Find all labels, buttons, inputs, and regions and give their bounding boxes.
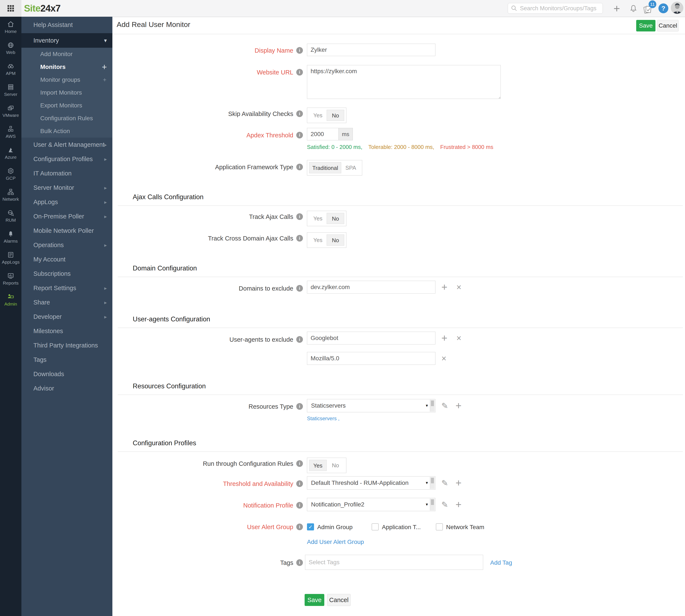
toggle-no[interactable]: No — [327, 460, 344, 471]
info-icon[interactable]: i — [296, 285, 303, 292]
sidebar-item-milestones[interactable]: Milestones — [21, 324, 112, 338]
bell-icon[interactable] — [629, 4, 638, 14]
add-notification-plus-icon[interactable]: + — [455, 499, 462, 510]
notification-profile-select[interactable]: Notification_Profile2 ▾ — [307, 498, 435, 511]
toggle-yes[interactable]: Yes — [309, 110, 327, 121]
sidebar-item-report-settings[interactable]: Report Settings▸ — [21, 281, 112, 295]
info-icon[interactable]: i — [296, 235, 303, 242]
threshold-profile-select[interactable]: Default Threshold - RUM-Application ▾ — [307, 476, 435, 489]
remove-useragent-x-icon[interactable]: × — [456, 334, 461, 342]
useragent-input-2[interactable] — [307, 352, 435, 365]
remove-useragent-x-icon[interactable]: × — [442, 354, 446, 363]
remove-domain-x-icon[interactable]: × — [456, 283, 461, 291]
add-user-alert-group-link[interactable]: Add User Alert Group — [307, 538, 364, 545]
toggle-spa[interactable]: SPA — [341, 162, 360, 173]
sidebar-item-operations[interactable]: Operations▸ — [21, 238, 112, 252]
sidebar-item-downloads[interactable]: Downloads — [21, 367, 112, 381]
rail-item-server[interactable]: Server — [0, 80, 21, 101]
sidebar-item-advisor[interactable]: Advisor — [21, 381, 112, 396]
sidebar-item-monitors[interactable]: Monitors+ — [21, 61, 112, 73]
rail-item-rum[interactable]: RUM — [0, 205, 21, 226]
search-input[interactable] — [519, 5, 597, 12]
info-icon[interactable]: i — [296, 524, 303, 530]
checkbox-network-team[interactable] — [436, 523, 443, 530]
display-name-input[interactable] — [307, 44, 435, 56]
info-icon[interactable]: i — [296, 403, 303, 410]
info-icon[interactable]: i — [296, 559, 303, 566]
toggle-yes[interactable]: Yes — [309, 235, 327, 246]
rail-item-home[interactable]: Home — [0, 17, 21, 38]
resources-selected-note[interactable]: Staticservers , — [307, 416, 340, 421]
toggle-traditional[interactable]: Traditional — [309, 162, 341, 173]
sidebar-item-tags[interactable]: Tags — [21, 353, 112, 367]
website-url-textarea[interactable]: https://zylker.com — [307, 65, 501, 99]
sidebar-item-mobile-network-poller[interactable]: Mobile Network Poller — [21, 224, 112, 238]
app-grid-button[interactable] — [0, 0, 21, 17]
site24x7-logo[interactable]: Site24x7 — [24, 3, 61, 14]
edit-pencil-icon[interactable]: ✎ — [442, 402, 448, 410]
checkbox-application-team[interactable] — [371, 523, 379, 530]
info-icon[interactable]: i — [296, 69, 303, 75]
edit-pencil-icon[interactable]: ✎ — [442, 479, 448, 487]
info-icon[interactable]: i — [296, 132, 303, 138]
add-domain-plus-icon[interactable]: + — [442, 282, 447, 292]
info-icon[interactable]: i — [296, 480, 303, 487]
add-monitor-plus-icon[interactable]: + — [614, 2, 620, 15]
rail-item-vmware[interactable]: VMware — [0, 101, 21, 122]
rail-item-apm[interactable]: APM — [0, 59, 21, 80]
notification-badge[interactable]: 11 — [649, 0, 656, 8]
checkbox-admin-group[interactable]: ✓ — [307, 523, 314, 530]
sidebar-item-developer[interactable]: Developer▸ — [21, 310, 112, 324]
sidebar-item-monitor-groups[interactable]: Monitor groups+ — [21, 73, 112, 86]
sidebar-item-my-account[interactable]: My Account — [21, 252, 112, 267]
sidebar-item-inventory[interactable]: Inventory▾ — [21, 33, 112, 48]
rail-item-applogs[interactable]: AppLogs — [0, 247, 21, 268]
info-icon[interactable]: i — [296, 460, 303, 467]
info-icon[interactable]: i — [296, 336, 303, 343]
sidebar-item-it-automation[interactable]: IT Automation — [21, 166, 112, 181]
sidebar-item-user-alert-management[interactable]: User & Alert Management▸ — [21, 137, 112, 152]
toggle-yes[interactable]: Yes — [309, 460, 327, 471]
rail-item-azure[interactable]: Azure — [0, 142, 21, 163]
save-button-bottom[interactable]: Save — [305, 594, 324, 606]
add-threshold-plus-icon[interactable]: + — [455, 478, 462, 488]
rail-item-aws[interactable]: AWS — [0, 122, 21, 142]
add-tag-link[interactable]: Add Tag — [490, 559, 512, 566]
toggle-yes[interactable]: Yes — [309, 213, 327, 224]
plus-icon[interactable]: + — [102, 62, 107, 72]
tags-input[interactable] — [305, 555, 483, 570]
sidebar-item-third-party-integrations[interactable]: Third Party Integrations — [21, 338, 112, 353]
rail-item-web[interactable]: Web — [0, 38, 21, 59]
sidebar-item-configuration-profiles[interactable]: Configuration Profiles▸ — [21, 152, 112, 166]
rail-item-network[interactable]: Network — [0, 184, 21, 205]
global-search[interactable] — [508, 3, 603, 14]
sidebar-item-on-premise-poller[interactable]: On-Premise Poller▸ — [21, 209, 112, 224]
info-icon[interactable]: i — [296, 110, 303, 117]
toggle-no[interactable]: No — [327, 110, 344, 121]
cancel-button-top[interactable]: Cancel — [657, 20, 679, 31]
rail-item-admin[interactable]: Admin — [0, 289, 21, 310]
cancel-button-bottom[interactable]: Cancel — [327, 594, 351, 606]
rail-item-alarms[interactable]: Alarms — [0, 226, 21, 247]
add-resource-plus-icon[interactable]: + — [455, 400, 462, 411]
add-useragent-plus-icon[interactable]: + — [442, 333, 447, 343]
sidebar-item-help-assistant[interactable]: Help Assistant — [21, 17, 112, 33]
info-icon[interactable]: i — [296, 164, 303, 170]
plus-icon[interactable]: + — [103, 76, 106, 83]
sidebar-item-server-monitor[interactable]: Server Monitor▸ — [21, 181, 112, 195]
info-icon[interactable]: i — [296, 213, 303, 220]
save-button-top[interactable]: Save — [636, 20, 656, 31]
domains-exclude-input[interactable] — [307, 281, 435, 293]
sidebar-item-subscriptions[interactable]: Subscriptions — [21, 267, 112, 281]
info-icon[interactable]: i — [296, 47, 303, 54]
sidebar-item-import-monitors[interactable]: Import Monitors — [21, 86, 112, 99]
resources-type-select[interactable]: Staticservers ▾ — [307, 399, 435, 412]
edit-pencil-icon[interactable]: ✎ — [442, 501, 448, 509]
sidebar-item-configuration-rules[interactable]: Configuration Rules — [21, 112, 112, 125]
sidebar-item-export-monitors[interactable]: Export Monitors — [21, 99, 112, 112]
sidebar-item-add-monitor[interactable]: Add Monitor — [21, 48, 112, 61]
info-icon[interactable]: i — [296, 502, 303, 509]
avatar[interactable] — [671, 2, 683, 14]
help-icon[interactable]: ? — [659, 3, 668, 13]
apdex-threshold-input[interactable] — [307, 128, 339, 140]
